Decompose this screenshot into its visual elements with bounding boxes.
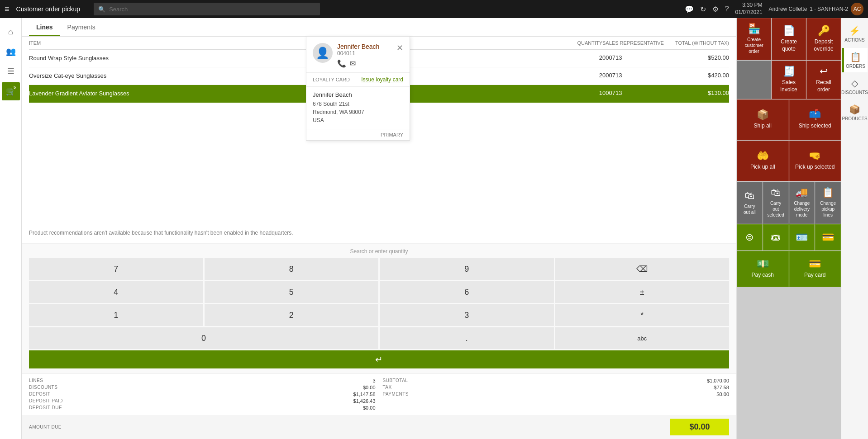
deposit-label: DEPOSIT bbox=[29, 392, 346, 397]
create-customer-order-button[interactable]: 🏪 Create customer order bbox=[737, 18, 771, 60]
settings-icon[interactable]: ⚙ bbox=[712, 5, 719, 14]
recall-icon: ↩ bbox=[820, 66, 828, 76]
tab-lines[interactable]: Lines bbox=[29, 18, 60, 36]
customer-address-name: Jennifer Beach bbox=[313, 91, 403, 98]
tab-payments[interactable]: Payments bbox=[60, 18, 103, 36]
num-3[interactable]: 3 bbox=[380, 304, 554, 326]
change-delivery-mode-label: Change delivery mode bbox=[793, 200, 811, 218]
deposit-icon: 🔑 bbox=[818, 26, 830, 36]
num-5[interactable]: 5 bbox=[205, 281, 379, 303]
products-label: PRODUCTS bbox=[842, 116, 867, 121]
discounts-icon: ◇ bbox=[851, 78, 858, 89]
change-pickup-lines-button[interactable]: 📋 Change pickup lines bbox=[815, 182, 841, 224]
item-quantity: 2 bbox=[566, 72, 602, 80]
item-name: Round Wrap Style Sunglasses bbox=[29, 54, 566, 62]
search-bar[interactable]: 🔍 bbox=[94, 3, 320, 15]
action-row-5: 🛍 Carry out all 🛍 Carry out selected 🚚 C… bbox=[737, 182, 841, 224]
quantity-label: Search or enter quantity bbox=[29, 248, 729, 255]
action-row-6: ⊜ 🎟 🪪 💳 bbox=[737, 224, 841, 250]
carry-out-all-button[interactable]: 🛍 Carry out all bbox=[737, 182, 763, 224]
plusminus-button[interactable]: ± bbox=[555, 281, 730, 303]
sidebar-item-cart[interactable]: 🛒 5 bbox=[2, 82, 20, 100]
enter-button[interactable]: ↵ bbox=[29, 350, 729, 368]
customer-id: 004011 bbox=[337, 50, 396, 57]
quote-icon: 📄 bbox=[783, 26, 795, 36]
num-0[interactable]: 0 bbox=[29, 327, 378, 349]
customer-panel: 👤 Jennifer Beach 004011 📞 ✉ ✕ LOYALTY CA… bbox=[306, 36, 410, 141]
payment-btn-4[interactable]: 💳 bbox=[815, 224, 841, 250]
num-8[interactable]: 8 bbox=[205, 258, 379, 280]
discounts-label: DISCOUNTS bbox=[841, 90, 868, 95]
backspace-button[interactable]: ⌫ bbox=[555, 258, 730, 280]
current-date: 01/07/2021 bbox=[735, 9, 763, 16]
num-9[interactable]: 9 bbox=[380, 258, 554, 280]
create-quote-button[interactable]: 📄 Create quote bbox=[772, 18, 806, 60]
num-4[interactable]: 4 bbox=[29, 281, 203, 303]
issue-loyalty-card-link[interactable]: Issue loyalty card bbox=[361, 76, 403, 83]
col-item: ITEM bbox=[29, 40, 566, 46]
message-icon[interactable]: 💬 bbox=[685, 5, 694, 14]
numpad: 7 8 9 ⌫ 4 5 6 ± 1 2 3 * 0 . abc ↵ bbox=[29, 258, 729, 368]
topbar-right: 💬 ↻ ⚙ ? 3:30 PM 01/07/2021 Andrew Collet… bbox=[685, 2, 863, 16]
pickup-lines-icon: 📋 bbox=[822, 188, 834, 198]
sales-invoice-button[interactable]: 🧾 Sales invoice bbox=[772, 61, 806, 99]
search-input[interactable] bbox=[109, 6, 315, 13]
cash-icon: 💵 bbox=[757, 259, 769, 269]
item-salesrep: 000713 bbox=[602, 72, 666, 80]
action-row-2: 🧾 Sales invoice ↩ Recall order bbox=[737, 61, 841, 99]
subtotal-label: SUBTOTAL bbox=[383, 378, 700, 383]
carry-out-selected-button[interactable]: 🛍 Carry out selected bbox=[763, 182, 789, 224]
num-7[interactable]: 7 bbox=[29, 258, 203, 280]
payment-btn-2[interactable]: 🎟 bbox=[763, 224, 789, 250]
create-quote-label: Create quote bbox=[776, 38, 802, 52]
sidebar-discounts[interactable]: ◇ DISCOUNTS bbox=[842, 74, 868, 99]
ship-all-button[interactable]: 📦 Ship all bbox=[737, 99, 789, 140]
help-icon[interactable]: ? bbox=[725, 5, 729, 13]
item-name: Lavender Gradient Aviator Sunglasses bbox=[29, 90, 566, 98]
num-1[interactable]: 1 bbox=[29, 304, 203, 326]
abc-button[interactable]: abc bbox=[555, 327, 730, 349]
phone-icon[interactable]: 📞 bbox=[337, 59, 346, 68]
close-customer-panel[interactable]: ✕ bbox=[396, 43, 403, 53]
sidebar-item-list[interactable]: ☰ bbox=[2, 62, 20, 80]
num-2[interactable]: 2 bbox=[205, 304, 379, 326]
right-sidebar: ⚡ ACTIONS 📋 ORDERS ◇ DISCOUNTS 📦 PRODUCT… bbox=[841, 18, 868, 439]
email-icon[interactable]: ✉ bbox=[350, 59, 356, 68]
orders-icon: 📋 bbox=[850, 52, 861, 62]
sidebar-orders[interactable]: 📋 ORDERS bbox=[842, 48, 868, 72]
num-6[interactable]: 6 bbox=[380, 281, 554, 303]
deposit-override-button[interactable]: 🔑 Deposit override bbox=[806, 18, 841, 60]
pick-up-selected-button[interactable]: 🤜 Pick up selected bbox=[789, 141, 841, 181]
user-menu[interactable]: Andrew Collette 1 · SANFRAN-2 AC bbox=[769, 3, 863, 15]
sidebar-actions[interactable]: ⚡ ACTIONS bbox=[842, 22, 868, 46]
refresh-icon[interactable]: ↻ bbox=[700, 5, 706, 14]
pick-up-all-button[interactable]: 🤲 Pick up all bbox=[737, 141, 789, 181]
multiply-button[interactable]: * bbox=[555, 304, 730, 326]
pay-cash-button[interactable]: 💵 Pay cash bbox=[737, 251, 789, 287]
ship-selected-button[interactable]: 📫 Ship selected bbox=[789, 99, 841, 140]
card-icon: 💳 bbox=[809, 259, 821, 269]
change-delivery-mode-button[interactable]: 🚚 Change delivery mode bbox=[789, 182, 815, 224]
cart-badge: 5 bbox=[12, 84, 18, 90]
sidebar-products[interactable]: 📦 PRODUCTS bbox=[842, 100, 868, 125]
numpad-area: Search or enter quantity 7 8 9 ⌫ 4 5 6 ±… bbox=[22, 244, 736, 373]
customer-address-line3: USA bbox=[313, 116, 403, 124]
customer-address-line2: Redmond, WA 98007 bbox=[313, 108, 403, 116]
loyalty-row: LOYALTY CARD Issue loyalty card bbox=[306, 73, 410, 87]
change-pickup-lines-label: Change pickup lines bbox=[819, 200, 837, 218]
pay-card-button[interactable]: 💳 Pay card bbox=[789, 251, 841, 287]
payment-btn-1[interactable]: ⊜ bbox=[737, 224, 763, 250]
item-salesrep: 000713 bbox=[602, 90, 666, 98]
payment-btn-3[interactable]: 🪪 bbox=[789, 224, 815, 250]
pickup-all-icon: 🤲 bbox=[757, 151, 769, 161]
actions-label: ACTIONS bbox=[844, 38, 864, 42]
hamburger-menu[interactable]: ≡ bbox=[5, 5, 10, 14]
ship-selected-label: Ship selected bbox=[799, 123, 831, 130]
sidebar-item-group[interactable]: 👥 bbox=[2, 42, 20, 61]
decimal-button[interactable]: . bbox=[380, 327, 554, 349]
cart-icon: 🛒 bbox=[6, 86, 16, 96]
lines-value: 3 bbox=[353, 378, 376, 383]
sidebar-item-home[interactable]: ⌂ bbox=[2, 23, 20, 41]
recall-order-button[interactable]: ↩ Recall order bbox=[806, 61, 841, 99]
carry-out-all-label: Carry out all bbox=[741, 203, 758, 215]
